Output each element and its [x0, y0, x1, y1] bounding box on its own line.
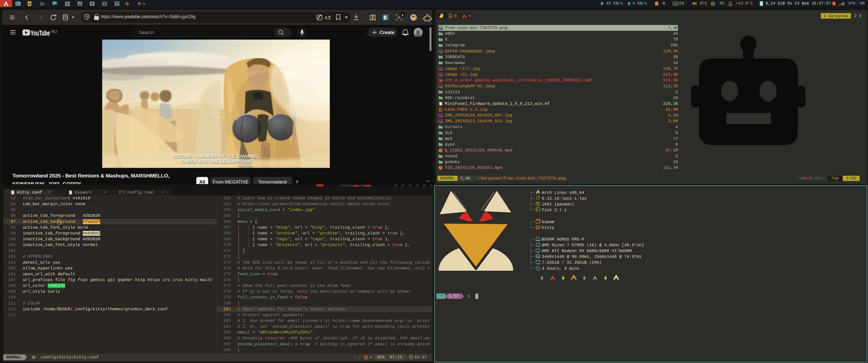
svg-text:A: A — [324, 15, 328, 20]
svg-text:RU: RU — [51, 29, 57, 34]
svg-text:Search: Search — [139, 30, 154, 35]
svg-text:YouTube: YouTube — [31, 29, 50, 37]
svg-text:Create: Create — [379, 30, 394, 35]
svg-text:x: x — [402, 13, 404, 16]
